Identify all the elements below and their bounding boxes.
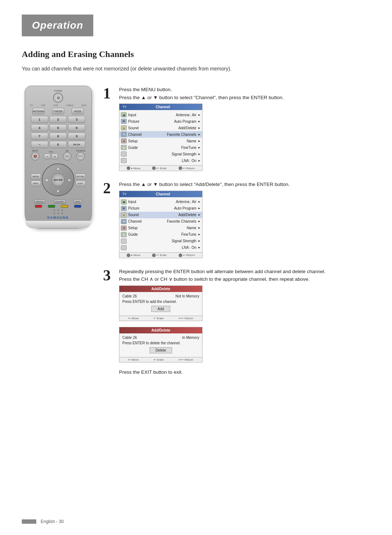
menu-row-channel-selected: 📡 Channel Favorite Channels ► (119, 131, 202, 138)
picture-icon-2: 🖼 (121, 206, 127, 211)
ok-button[interactable]: OK (63, 152, 72, 161)
section-title: Adding and Erasing Channels (22, 49, 370, 59)
num-0[interactable]: 0 (49, 141, 67, 148)
menu2-row-lna: LNA : On ► (119, 244, 202, 251)
adddel-screen-1: Add/Delete Cable 26 Not In Memory Press … (119, 285, 203, 321)
mode-button[interactable]: MODE (72, 108, 84, 114)
mute-button[interactable]: 🔇 (31, 152, 40, 161)
num-7[interactable]: 7 (31, 133, 48, 140)
num-dash[interactable]: − (31, 141, 48, 148)
chlist-button[interactable]: CH.LIST (54, 199, 66, 204)
guide-icon-2: 📋 (121, 232, 127, 237)
enter-button[interactable]: ENTER (52, 173, 65, 186)
adddel-btn-wrap-1: Add (122, 306, 199, 312)
guide-label-2: Guide (128, 232, 180, 236)
guide-icon: 📋 (121, 145, 127, 150)
green-button[interactable] (48, 205, 55, 208)
add-delete-item-1: Add/Delete (179, 126, 196, 130)
step-1-text: Press the MENU button. Press the ▲ or ▼ … (119, 86, 370, 101)
adddel-info-2: Cable 26 In Memory (122, 336, 199, 340)
power-button[interactable]: ⏻ (53, 93, 63, 103)
sound-label: Sound (128, 126, 178, 130)
number-grid: 1 2 3 4 5 6 7 8 9 − 0 PR.CH (31, 116, 86, 148)
step-2-content: Press the ▲ or ▼ button to select "Add/D… (119, 181, 370, 261)
num-6[interactable]: 6 (68, 124, 85, 131)
signal-strength-item-2: Signal Strength (172, 239, 196, 243)
red-button[interactable] (35, 205, 42, 208)
nav-down[interactable]: ▼ (56, 189, 60, 193)
menu-row-sound: 🔊 Sound Add/Delete ► (119, 125, 202, 131)
guide-label: Guide (128, 146, 180, 150)
setup-icon-2: ⚙ (121, 226, 127, 231)
channel-icon: 📡 (121, 132, 127, 137)
pmode-button[interactable]: P.MODE (52, 108, 64, 114)
step-1-number: 1 (103, 86, 114, 101)
exit-button[interactable]: EXIT (75, 181, 86, 186)
mts-button[interactable]: MTS (74, 199, 82, 204)
delete-button[interactable]: Delete (150, 347, 172, 353)
blue-button[interactable] (74, 205, 81, 208)
tv-titlebar-2: TV Channel (119, 191, 202, 197)
menu-button[interactable]: MENU (31, 174, 41, 179)
channel-label-2: Channel (128, 219, 166, 223)
favch-button[interactable]: FAV.CH (34, 199, 45, 204)
menu-row-lna: LNA : On ► (119, 157, 202, 164)
adddel-screen-2: Add/Delete Cable 26 In Memory Press ENTE… (119, 327, 203, 362)
num-4[interactable]: 4 (31, 124, 48, 131)
num-1[interactable]: 1 (31, 116, 48, 123)
return-icon-2 (179, 254, 182, 257)
tv-menu-2: 📺 Input Antenna : Air ► 🖼 Picture Auto P… (119, 197, 202, 252)
memory-status-1: Not In Memory (175, 294, 199, 298)
adddel-msg-2: Press ENTER to delete the channel. (122, 341, 199, 345)
return-label-1: ↩ Return (183, 167, 195, 170)
num-3[interactable]: 3 (68, 116, 85, 123)
nav-left[interactable]: ◄ (45, 178, 48, 182)
add-button[interactable]: Add (151, 306, 170, 312)
step-3-row: 3 Repeatedly pressing the ENTER button w… (103, 268, 370, 378)
menu2-row-input: 📺 Input Antenna : Air ► (119, 199, 202, 205)
page-footer: English - 30 (22, 519, 370, 524)
enter-icon-1 (152, 166, 156, 170)
input-icon: 📺 (121, 112, 127, 117)
finetune-item-2: FineTune (181, 232, 196, 236)
lna-item: LNA (182, 159, 189, 163)
adddel-move-2: ⇔ Move (128, 358, 139, 361)
step-3-text: Repeatedly pressing the ENTER button wil… (119, 268, 370, 283)
tv-label-2: TV (122, 192, 127, 196)
enter-label-1: ↵ Enter (156, 167, 167, 170)
num-9[interactable]: 9 (68, 133, 85, 140)
input-label-2: Input (128, 200, 175, 204)
setup-label-2: Setup (128, 226, 186, 230)
channel-icon-2: 📡 (121, 219, 127, 224)
num-8[interactable]: 8 (49, 133, 67, 140)
auto-program-item-2: Auto Program (174, 206, 196, 210)
remote-top: POWER ⏻ TVSTBVCRCABLEDVD (29, 90, 88, 106)
vol-down[interactable]: − (44, 154, 50, 159)
antenna-value-2: : Air (190, 200, 196, 204)
nav-up[interactable]: ▲ (56, 166, 60, 170)
return-button[interactable]: RETURN (75, 174, 86, 179)
adddel-footer-2: ⇔ Move ↵ Enter ↩↩ Return (119, 357, 202, 362)
tv-menu-1: 📺 Input Antenna : Air ► 🖼 Picture Auto P… (119, 110, 202, 165)
antenna-value: : Air (190, 113, 196, 117)
mute-label: MUTE (31, 150, 40, 152)
step-3-extra: Press the EXIT button to exit. (119, 368, 370, 376)
enter-label-2: ↵ Enter (156, 254, 167, 257)
step-1-row: 1 Press the MENU button. Press the ▲ or … (103, 86, 370, 174)
adddel-msg-1: Press ENTER to add the channel. (122, 300, 199, 304)
source-button[interactable]: SRC (76, 152, 85, 161)
yellow-button[interactable] (61, 205, 68, 208)
top-btn-row: ANTENNA P.MODE MODE (29, 108, 88, 114)
vol-up[interactable]: + (52, 154, 58, 159)
num-2[interactable]: 2 (49, 116, 67, 123)
prch-button[interactable]: PR.CH (68, 141, 85, 148)
antenna-button[interactable]: ANTENNA (32, 108, 45, 114)
move-icon-1 (127, 166, 130, 170)
step-3-number: 3 (103, 268, 114, 283)
info-button[interactable]: INFO (31, 181, 41, 186)
adddel-btn-wrap-2: Delete (122, 347, 199, 353)
nav-right[interactable]: ► (68, 178, 72, 182)
source-label: SOURCE (76, 150, 86, 152)
num-5[interactable]: 5 (49, 124, 67, 131)
adddel-title-2: Add/Delete (119, 327, 202, 333)
